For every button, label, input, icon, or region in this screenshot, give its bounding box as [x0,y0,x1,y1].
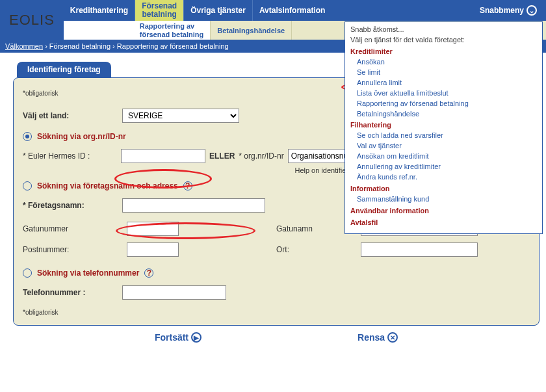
brand-logo: EOLIS [0,0,64,40]
foretagsnamn-input[interactable] [122,198,265,213]
radio-sok-tel[interactable]: Sökning via telefonnummer ? [23,268,530,278]
label-telefon: Telefonnummer : [23,288,117,297]
snabbmeny-button[interactable]: Snabbmeny ⌄ [471,0,546,21]
dd-item[interactable]: Annullera limit [350,78,537,88]
fortsatt-label: Fortsätt [155,332,188,343]
dd-header2: Välj en tjänst för det valda företaget: [350,35,537,46]
dd-header1: Snabb åtkomst... [350,25,537,35]
panel-tab-identifiering: Identifiering företag [17,62,111,77]
dd-item[interactable]: Ansökan om kreditlimit [350,151,537,162]
ort-input[interactable] [361,242,478,257]
country-select[interactable]: SVERIGE [122,109,239,123]
radio-icon [23,268,32,278]
label-postnummer: Postnummer: [23,245,127,254]
label-orgnr: * org.nr/ID-nr [239,151,283,161]
dd-item-rapportering[interactable]: Rapportering av försenad betalning [350,99,537,109]
dd-item[interactable]: Ansökan [350,57,537,68]
snabbmeny-label: Snabbmeny [480,6,524,15]
euler-hermes-id-input[interactable] [121,149,205,163]
tab-avtal[interactable]: Avtalsinformation [253,0,332,21]
tab-forsenad-betalning[interactable]: Försenad betalning [135,0,184,21]
help-icon[interactable]: ? [183,181,192,190]
subtab-rapportering-l1: Rapportering av [140,22,203,30]
help-identifier-link[interactable]: Help on identifier [294,166,348,174]
breadcrumb-welcome[interactable]: Välkommen [5,42,43,50]
tab-kredithantering[interactable]: Kredithantering [64,0,135,21]
subtab-rapportering-l2: försenad betalning [140,31,203,38]
dd-item[interactable]: Val av tjänster [350,141,537,151]
dd-item[interactable]: Sammanställning kund [350,194,537,205]
tab-forsenad-l2: betalning [142,10,177,19]
label-foretagsnamn: * Företagsnamn: [23,201,117,210]
tab-ovriga[interactable]: Övriga tjänster [184,0,253,21]
subtab-rapportering[interactable]: Rapportering av försenad betalning [133,21,211,40]
rensa-label: Rensa [358,332,385,343]
rensa-button[interactable]: Rensa ✕ [358,332,398,343]
dd-item[interactable]: Annullering av kreditlimiter [350,162,537,172]
breadcrumb-a: Försenad betalning [49,42,110,50]
dd-cat-fil: Filhantering [350,120,537,131]
dd-item[interactable]: Se limit [350,68,537,78]
radio-sok-tel-label: Sökning via telefonnummer [37,268,139,278]
radio-sok-namn-label: Sökning via företagsnamn och adress [37,181,178,190]
dd-item[interactable]: Ändra kunds ref.nr. [350,172,537,183]
label-ort: Ort: [276,245,361,254]
radio-icon [23,181,32,190]
chevron-down-icon: ⌄ [526,5,537,16]
fortsatt-button[interactable]: Fortsätt ▶ [155,332,202,343]
dd-item[interactable]: Lista över aktuella limitbeslut [350,88,537,99]
telefon-input[interactable] [122,285,226,300]
label-valj-land: Välj ett land: [23,111,117,120]
dd-cat-info: Information [350,184,537,194]
label-eller: ELLER [209,151,235,161]
obligatorisk-note-bottom: *obligatorisk [23,309,530,316]
radio-icon [23,132,32,141]
close-icon: ✕ [387,332,398,343]
postnummer-input[interactable] [127,242,179,257]
dd-item[interactable]: Se och ladda ned svarsfiler [350,131,537,141]
gatunummer-input[interactable] [127,222,179,236]
radio-sok-org-label: Sökning via org.nr/ID-nr [37,132,126,141]
dd-cat-anv[interactable]: Användbar information [350,206,537,216]
dd-cat-avtal[interactable]: Avtalsfil [350,218,537,228]
label-gatunummer: Gatunummer [23,224,127,233]
dd-item[interactable]: Betalningshändelse [350,109,537,120]
snabbmeny-dropdown: Snabb åtkomst... Välj en tjänst för det … [344,21,543,234]
dd-cat-kredit: Kreditlimiter [350,47,537,57]
help-icon[interactable]: ? [144,268,153,278]
breadcrumb-b: Rapportering av försenad betalning [117,42,229,50]
arrow-right-icon: ▶ [191,332,202,343]
subtab-betalningshandelse[interactable]: Betalningshändelse [211,21,292,40]
label-eh-id: * Euler Hermes ID : [23,151,117,161]
